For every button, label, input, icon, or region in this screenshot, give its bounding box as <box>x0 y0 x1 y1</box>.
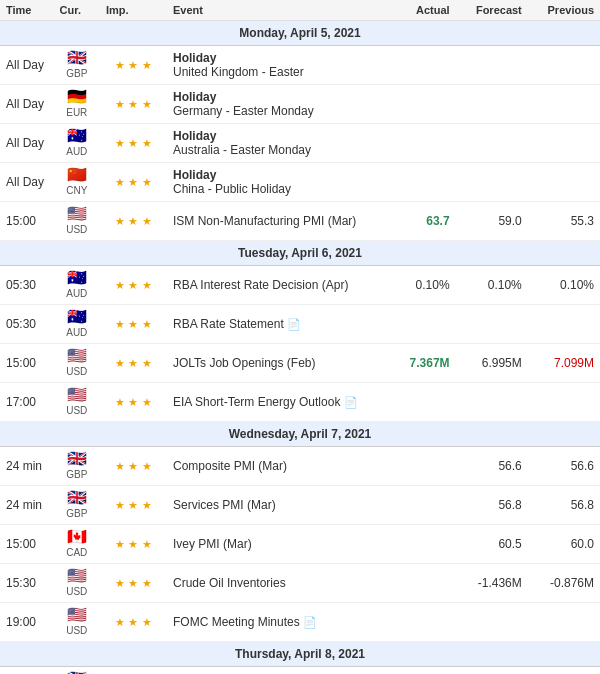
document-icon: 📄 <box>303 616 317 628</box>
flag-icon: 🇬🇧 <box>67 49 87 66</box>
flag-icon: 🇺🇸 <box>67 347 87 364</box>
event-previous <box>528 85 600 124</box>
event-previous <box>528 603 600 642</box>
header-forecast: Forecast <box>456 0 528 21</box>
event-forecast <box>456 305 528 344</box>
event-actual: 0.10% <box>383 266 455 305</box>
flag-icon: 🇩🇪 <box>67 88 87 105</box>
currency-code: GBP <box>66 469 87 480</box>
table-row: 15:00🇺🇸USD★ ★ ★ISM Non-Manufacturing PMI… <box>0 202 600 241</box>
event-actual <box>383 486 455 525</box>
table-row: All Day🇩🇪EUR★ ★ ★HolidayGermany - Easter… <box>0 85 600 124</box>
event-currency: 🇦🇺AUD <box>54 124 100 163</box>
table-row: All Day🇦🇺AUD★ ★ ★HolidayAustralia - East… <box>0 124 600 163</box>
event-actual <box>383 163 455 202</box>
event-forecast <box>456 124 528 163</box>
event-forecast: 56.6 <box>456 447 528 486</box>
event-sub-label: Australia - Easter Monday <box>173 143 311 157</box>
event-previous: 56.6 <box>528 447 600 486</box>
event-forecast: 56.8 <box>456 486 528 525</box>
event-label: Holiday <box>173 51 216 65</box>
event-previous: 53.3 <box>528 667 600 675</box>
importance-stars: ★ ★ ★ <box>115 396 151 408</box>
event-previous: 55.3 <box>528 202 600 241</box>
importance-stars: ★ ★ ★ <box>115 318 151 330</box>
day-header-row: Tuesday, April 6, 2021 <box>0 241 600 266</box>
event-name: Services PMI (Mar) <box>167 486 383 525</box>
event-label: Holiday <box>173 90 216 104</box>
day-header-row: Monday, April 5, 2021 <box>0 21 600 46</box>
event-forecast <box>456 46 528 85</box>
currency-code: CAD <box>66 547 87 558</box>
event-name: HolidayGermany - Easter Monday <box>167 85 383 124</box>
event-time: 19:00 <box>0 603 54 642</box>
event-importance: ★ ★ ★ <box>100 447 167 486</box>
economic-calendar-table: Time Cur. Imp. Event Actual Forecast Pre… <box>0 0 600 674</box>
flag-icon: 🇦🇺 <box>67 127 87 144</box>
event-forecast <box>456 163 528 202</box>
event-actual <box>383 85 455 124</box>
event-sub-label: China - Public Holiday <box>173 182 291 196</box>
event-currency: 🇬🇧GBP <box>54 667 100 675</box>
importance-stars: ★ ★ ★ <box>115 98 151 110</box>
event-previous: 0.10% <box>528 266 600 305</box>
event-previous <box>528 124 600 163</box>
table-row: 05:30🇦🇺AUD★ ★ ★RBA Rate Statement 📄 <box>0 305 600 344</box>
event-importance: ★ ★ ★ <box>100 486 167 525</box>
event-previous <box>528 305 600 344</box>
event-actual: 7.367M <box>383 344 455 383</box>
event-actual <box>383 564 455 603</box>
importance-stars: ★ ★ ★ <box>115 176 151 188</box>
importance-stars: ★ ★ ★ <box>115 215 151 227</box>
event-currency: 🇩🇪EUR <box>54 85 100 124</box>
event-actual <box>383 667 455 675</box>
currency-code: CNY <box>66 185 87 196</box>
previous-value: 60.0 <box>571 537 594 551</box>
event-previous <box>528 383 600 422</box>
event-name: RBA Rate Statement 📄 <box>167 305 383 344</box>
table-row: 15:00🇨🇦CAD★ ★ ★Ivey PMI (Mar)60.560.0 <box>0 525 600 564</box>
flag-icon: 🇨🇦 <box>67 528 87 545</box>
actual-value: 7.367M <box>410 356 450 370</box>
document-icon: 📄 <box>287 318 301 330</box>
event-currency: 🇦🇺AUD <box>54 305 100 344</box>
event-name: Construction PMI (Mar) <box>167 667 383 675</box>
event-name: HolidayUnited Kingdom - Easter <box>167 46 383 85</box>
day-label: Tuesday, April 6, 2021 <box>0 241 600 266</box>
event-time: All Day <box>0 124 54 163</box>
event-actual: 63.7 <box>383 202 455 241</box>
table-row: All Day🇬🇧GBP★ ★ ★HolidayUnited Kingdom -… <box>0 46 600 85</box>
currency-code: USD <box>66 586 87 597</box>
event-time: All Day <box>0 46 54 85</box>
event-name: Crude Oil Inventories <box>167 564 383 603</box>
event-currency: 🇺🇸USD <box>54 383 100 422</box>
actual-value: 0.10% <box>416 278 450 292</box>
event-currency: 🇬🇧GBP <box>54 46 100 85</box>
table-row: 05:30🇦🇺AUD★ ★ ★RBA Interest Rate Decisio… <box>0 266 600 305</box>
importance-stars: ★ ★ ★ <box>115 577 151 589</box>
flag-icon: 🇺🇸 <box>67 386 87 403</box>
event-currency: 🇨🇳CNY <box>54 163 100 202</box>
event-name: FOMC Meeting Minutes 📄 <box>167 603 383 642</box>
day-header-row: Wednesday, April 7, 2021 <box>0 422 600 447</box>
event-importance: ★ ★ ★ <box>100 163 167 202</box>
importance-stars: ★ ★ ★ <box>115 357 151 369</box>
event-name: ISM Non-Manufacturing PMI (Mar) <box>167 202 383 241</box>
header-importance: Imp. <box>100 0 167 21</box>
document-icon: 📄 <box>344 396 358 408</box>
importance-stars: ★ ★ ★ <box>115 59 151 71</box>
table-row: 19:00🇺🇸USD★ ★ ★FOMC Meeting Minutes 📄 <box>0 603 600 642</box>
header-event: Event <box>167 0 383 21</box>
event-name: HolidayAustralia - Easter Monday <box>167 124 383 163</box>
currency-code: AUD <box>66 146 87 157</box>
event-label: JOLTs Job Openings (Feb) <box>173 356 316 370</box>
event-time: 24 min <box>0 486 54 525</box>
currency-code: AUD <box>66 288 87 299</box>
table-row: 09:30🇬🇧GBP★ ★ ★Construction PMI (Mar)54.… <box>0 667 600 675</box>
header-previous: Previous <box>528 0 600 21</box>
currency-code: AUD <box>66 327 87 338</box>
event-previous: 60.0 <box>528 525 600 564</box>
currency-code: USD <box>66 224 87 235</box>
previous-value: 7.099M <box>554 356 594 370</box>
event-currency: 🇬🇧GBP <box>54 486 100 525</box>
